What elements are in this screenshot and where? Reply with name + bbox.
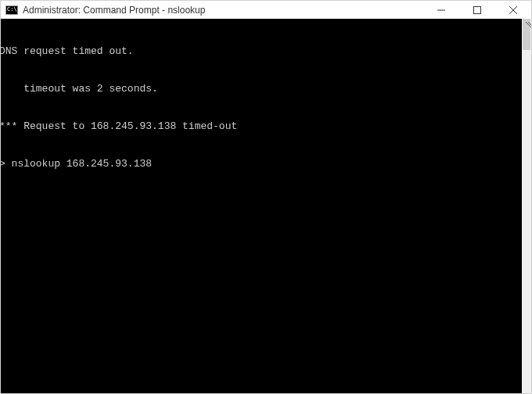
minimize-icon <box>437 6 445 14</box>
terminal-line: *** Request to 168.245.93.138 timed-out <box>1 120 522 133</box>
cmd-icon: C:\ <box>5 5 18 15</box>
client-area: DNS request timed out. timeout was 2 sec… <box>1 19 531 393</box>
maximize-button[interactable] <box>459 1 495 19</box>
titlebar[interactable]: C:\ Administrator: Command Prompt - nslo… <box>1 1 531 19</box>
close-button[interactable] <box>495 1 531 19</box>
terminal-line: > nslookup 168.245.93.138 <box>1 158 522 170</box>
cmd-icon-text: C:\ <box>6 7 17 13</box>
command-prompt-window: C:\ Administrator: Command Prompt - nslo… <box>0 0 532 394</box>
maximize-icon <box>473 6 481 14</box>
window-title: Administrator: Command Prompt - nslookup <box>23 5 205 16</box>
svg-rect-1 <box>474 6 481 13</box>
terminal-output[interactable]: DNS request timed out. timeout was 2 sec… <box>1 19 522 393</box>
resize-grip-icon[interactable] <box>523 19 531 27</box>
window-controls <box>423 1 531 19</box>
vertical-scrollbar[interactable] <box>522 19 531 393</box>
terminal-line: DNS request timed out. <box>1 45 522 58</box>
terminal-line: timeout was 2 seconds. <box>1 83 522 95</box>
close-icon <box>509 6 517 14</box>
minimize-button[interactable] <box>423 1 459 19</box>
